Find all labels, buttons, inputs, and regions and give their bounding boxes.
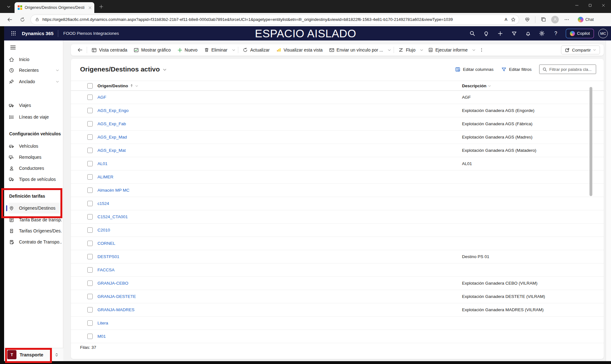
nuevo-button[interactable]: Nuevo (174, 46, 201, 54)
tab-close-icon[interactable] (88, 6, 92, 9)
collections-icon[interactable] (539, 15, 548, 24)
row-name-link[interactable]: M01 (97, 334, 462, 339)
row-name-link[interactable]: GRANJA-DESTETE (97, 294, 462, 299)
column-chevron-icon[interactable] (135, 84, 138, 88)
row-name-link[interactable]: Almacén MP MC (97, 188, 462, 193)
ejecutar-informe-button[interactable]: Ejecutar informe (425, 46, 471, 54)
window-close-icon[interactable] (602, 3, 605, 7)
row-checkbox[interactable] (87, 241, 93, 246)
table-row[interactable]: M01 (71, 330, 604, 343)
table-row[interactable]: AGS_Exp_Engo Explotación Ganadera AGS (E… (71, 104, 604, 117)
row-name-link[interactable]: DESTPS01 (97, 254, 462, 259)
help-icon[interactable]: ? (550, 28, 562, 39)
row-checkbox[interactable] (87, 188, 93, 193)
column-header-descripcion[interactable]: Descripción (462, 83, 491, 88)
favorite-star-icon[interactable] (511, 17, 516, 22)
chevron-down-icon[interactable] (56, 80, 59, 83)
row-checkbox[interactable] (87, 307, 93, 312)
browser-more-icon[interactable] (562, 15, 571, 24)
row-checkbox[interactable] (87, 267, 93, 273)
bell-icon[interactable] (522, 28, 534, 39)
row-name-link[interactable]: CORNEL (97, 241, 462, 246)
area-switcher[interactable]: T Transporte (4, 348, 63, 361)
table-row[interactable]: GRANJA-DESTETE Explotación Ganadera DEST… (71, 290, 604, 303)
app-name[interactable]: FOOD Piensos Integraciones (63, 31, 119, 36)
sidebar-item-tarifas-origenes[interactable]: Tarifas Orígenes/Des... (9, 225, 62, 236)
table-row[interactable]: GRANJA-CEBO Explotación Ganadera CEBO (V… (71, 277, 604, 290)
row-checkbox[interactable] (87, 148, 93, 153)
table-row[interactable]: AGS_Exp_Mad Explotación Ganadera AGS (Ma… (71, 131, 604, 144)
row-checkbox[interactable] (87, 334, 93, 339)
sidebar-item-viajes[interactable]: Viajes (9, 100, 62, 111)
row-checkbox[interactable] (87, 281, 93, 286)
table-row[interactable]: FACCSA (71, 263, 604, 277)
enviar-vinculo-button[interactable]: Enviar un vínculo por ... (326, 46, 386, 54)
sidebar-item-tipos-de-vehiculos[interactable]: Tipos de vehículos (9, 174, 62, 185)
compartir-button[interactable]: Compartir (561, 46, 600, 54)
row-checkbox[interactable] (87, 161, 93, 166)
row-name-link[interactable]: C2010 (97, 228, 462, 232)
read-aloud-icon[interactable]: A (505, 17, 508, 22)
column-chevron-icon[interactable] (488, 84, 491, 88)
row-name-link[interactable]: FACCSA (97, 268, 462, 272)
table-row[interactable]: GRANJA-MADRES Explotación Ganadera MADRE… (71, 303, 604, 317)
copilot-chat-button[interactable]: Chat (575, 15, 597, 24)
row-checkbox[interactable] (87, 214, 93, 219)
eliminar-chevron-icon[interactable] (231, 46, 237, 54)
lightbulb-icon[interactable] (480, 28, 492, 39)
sidebar-item-tarifa-base[interactable]: Tarifa Base de transp... (9, 214, 62, 225)
sidebar-item-recientes[interactable]: Recientes (9, 65, 62, 76)
hamburger-menu-icon[interactable] (10, 44, 17, 51)
row-name-link[interactable]: Litera (97, 321, 462, 325)
vista-centrada-button[interactable]: Vista centrada (88, 46, 130, 54)
row-checkbox[interactable] (87, 254, 93, 259)
user-avatar[interactable]: MC (598, 29, 608, 38)
row-name-link[interactable]: AGS_Exp_Mat (97, 148, 462, 153)
table-row[interactable]: AGS_Exp_Mat Explotación Ganadera AGS (Ma… (71, 144, 604, 157)
row-checkbox[interactable] (87, 320, 93, 326)
area-updown-icon[interactable] (54, 353, 59, 357)
enviar-chevron-icon[interactable] (386, 46, 392, 54)
editar-filtros-button[interactable]: Editar filtros (501, 66, 532, 72)
select-all-checkbox[interactable] (87, 83, 93, 89)
window-maximize-icon[interactable] (588, 3, 592, 7)
row-name-link[interactable]: c1524 (97, 201, 462, 206)
visualizar-vista-button[interactable]: Visualizar esta vista (273, 46, 326, 54)
actualizar-button[interactable]: Actualizar (240, 46, 273, 54)
chevron-down-icon[interactable] (56, 69, 59, 72)
page-scrollbar-track[interactable] (606, 40, 611, 361)
browser-back-icon[interactable] (5, 15, 15, 24)
view-selector[interactable]: Origenes/Destinos activo (80, 65, 167, 73)
grid-scrollbar-thumb[interactable] (589, 87, 592, 196)
flujo-chevron-icon[interactable] (419, 46, 425, 54)
column-header-origen-destino[interactable]: Origen/Destino (97, 83, 462, 88)
row-checkbox[interactable] (87, 227, 93, 233)
row-checkbox[interactable] (87, 108, 93, 113)
table-row[interactable]: Litera (71, 317, 604, 330)
back-arrow-icon[interactable] (75, 46, 85, 54)
sidebar-item-inicio[interactable]: Inicio (9, 54, 62, 65)
eliminar-button[interactable]: Eliminar (201, 46, 231, 54)
address-bar[interactable]: https://orge826ac6c.crm4.dynamics.com/ma… (30, 15, 519, 25)
sidebar-item-conductores[interactable]: Conductores (9, 163, 62, 174)
row-checkbox[interactable] (87, 201, 93, 206)
table-row[interactable]: AGF AGF (71, 91, 604, 104)
row-checkbox[interactable] (87, 121, 93, 126)
table-row[interactable]: AGS_Exp_Fab Explotación Ganadera AGS (Fá… (71, 117, 604, 131)
app-launcher-waffle-icon[interactable] (8, 28, 19, 39)
table-row[interactable]: ALIMER (71, 170, 604, 184)
tab-actions-chevron-icon[interactable] (4, 2, 13, 11)
new-tab-icon[interactable] (97, 2, 106, 11)
row-name-link[interactable]: AGF (97, 95, 462, 100)
browser-tab[interactable]: Origenes/Destinos Origenes/Desti (15, 2, 94, 13)
browser-refresh-icon[interactable] (18, 15, 27, 24)
sidebar-item-vehiculos[interactable]: Vehículos (9, 141, 62, 151)
sidebar-item-origenes-destinos[interactable]: Origenes/Destinos (9, 203, 62, 213)
gear-icon[interactable] (536, 28, 548, 39)
url-text[interactable]: https://orge826ac6c.crm4.dynamics.com/ma… (42, 17, 502, 22)
view-chevron-icon[interactable] (163, 67, 167, 72)
table-row[interactable]: DESTPS01 Destino PS 01 (71, 250, 604, 263)
browser-profile-avatar[interactable] (551, 16, 559, 23)
table-row[interactable]: Almacén MP MC (71, 184, 604, 197)
search-icon[interactable] (466, 28, 478, 39)
